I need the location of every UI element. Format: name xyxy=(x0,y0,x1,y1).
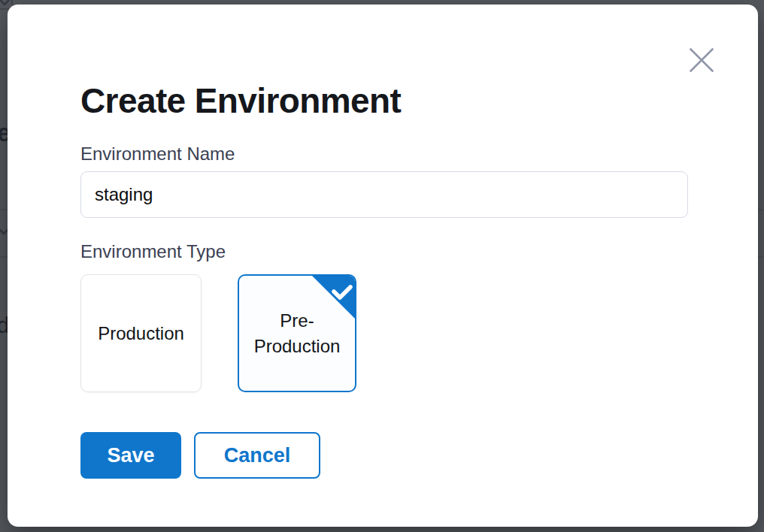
cancel-button[interactable]: Cancel xyxy=(194,432,320,479)
option-label: Pre-Production xyxy=(239,308,355,359)
option-label: Production xyxy=(87,321,195,346)
dialog-title: Create Environment xyxy=(80,80,401,121)
environment-name-input[interactable] xyxy=(80,171,688,218)
save-button[interactable]: Save xyxy=(80,432,181,479)
close-icon xyxy=(690,48,714,72)
background-border-fragment xyxy=(11,0,13,5)
option-card-production[interactable]: Production xyxy=(80,274,202,392)
screen: e d Create Environment Environment Name … xyxy=(0,0,764,532)
background-divider-fragment xyxy=(0,8,9,10)
close-button[interactable] xyxy=(684,42,720,78)
chevron-down-icon xyxy=(0,0,11,7)
create-environment-dialog: Create Environment Environment Name Envi… xyxy=(8,5,758,527)
environment-type-label: Environment Type xyxy=(80,241,226,262)
option-card-pre-production[interactable]: Pre-Production xyxy=(238,274,356,392)
environment-name-label: Environment Name xyxy=(80,144,235,165)
